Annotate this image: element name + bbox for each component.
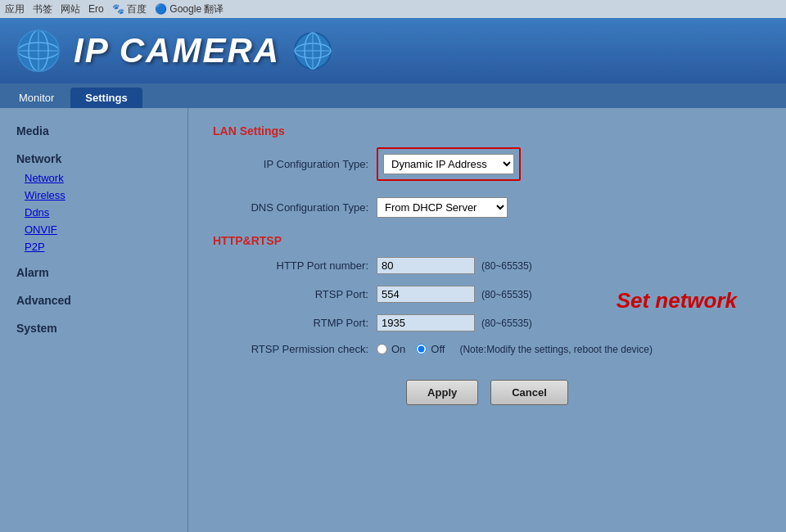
http-port-label: HTTP Port number: <box>213 259 368 272</box>
rtmp-port-input[interactable] <box>377 314 475 331</box>
cancel-button[interactable]: Cancel <box>490 380 568 405</box>
sidebar-title-alarm[interactable]: Alarm <box>8 262 179 283</box>
dns-config-select[interactable]: From DHCP Server Manual <box>377 197 508 218</box>
browser-tab-website[interactable]: 网站 <box>61 2 80 16</box>
sidebar-title-media[interactable]: Media <box>8 120 179 142</box>
dns-config-label: DNS Configuration Type: <box>213 201 368 214</box>
apply-button[interactable]: Apply <box>406 380 478 405</box>
ip-config-select[interactable]: Dynamic IP Address Static IP Address <box>383 154 514 174</box>
button-row: Apply Cancel <box>213 380 761 405</box>
http-port-row: HTTP Port number: (80~65535) <box>213 257 761 274</box>
rtsp-perm-row: RTSP Permission check: On Off (Note:Modi… <box>213 343 761 355</box>
app-header: IP CAMERA <box>0 18 786 83</box>
globe-icon-left <box>16 29 61 74</box>
browser-toolbar: 应用 书签 网站 Ero 🐾 百度 🔵 Google 翻译 <box>0 0 786 18</box>
rtsp-off-radio[interactable] <box>416 344 427 354</box>
rtsp-on-label[interactable]: On <box>391 343 405 355</box>
sidebar-link-p2p[interactable]: P2P <box>8 238 179 255</box>
http-port-hint: (80~65535) <box>481 260 532 272</box>
sidebar-title-system[interactable]: System <box>8 318 179 339</box>
http-section-title: HTTP&RTSP <box>213 234 761 247</box>
browser-tab-ero[interactable]: Ero <box>88 3 104 15</box>
rtmp-port-label: RTMP Port: <box>213 317 368 329</box>
sidebar-link-wireless[interactable]: Wireless <box>8 187 179 204</box>
ip-config-row: IP Configuration Type: Dynamic IP Addres… <box>213 147 761 181</box>
rtsp-radio-group: On Off (Note:Modify the settings, reboot… <box>377 343 653 355</box>
http-port-input[interactable] <box>377 257 475 274</box>
dns-config-row: DNS Configuration Type: From DHCP Server… <box>213 197 761 218</box>
browser-tab-app[interactable]: 应用 <box>5 2 25 16</box>
rtsp-port-input[interactable] <box>377 286 475 303</box>
set-network-annotation: Set network <box>617 288 737 313</box>
ip-config-label: IP Configuration Type: <box>213 158 368 170</box>
sidebar-link-network[interactable]: Network <box>8 169 179 187</box>
sidebar-section-alarm: Alarm <box>8 262 179 283</box>
rtsp-on-radio[interactable] <box>377 344 387 354</box>
rtsp-port-hint: (80~65535) <box>481 289 532 300</box>
rtsp-port-label: RTSP Port: <box>213 288 368 300</box>
sidebar-link-ddns[interactable]: Ddns <box>8 204 179 221</box>
sidebar: Media Network Network Wireless Ddns ONVI… <box>0 108 188 532</box>
lan-section-title: LAN Settings <box>213 124 761 138</box>
main-container: IP CAMERA Monitor Settings Media Network… <box>0 18 786 532</box>
sidebar-section-network: Network Network Wireless Ddns ONVIF P2P <box>8 148 179 255</box>
sidebar-link-onvif[interactable]: ONVIF <box>8 221 179 238</box>
rtmp-port-row: RTMP Port: (80~65535) <box>213 314 761 331</box>
tab-settings[interactable]: Settings <box>70 88 142 108</box>
sidebar-title-network[interactable]: Network <box>8 148 179 169</box>
rtsp-off-label[interactable]: Off <box>431 343 445 355</box>
nav-tabs: Monitor Settings <box>0 83 786 108</box>
browser-tab-google[interactable]: 🔵 Google 翻译 <box>155 2 224 16</box>
rtsp-note: (Note:Modify the settings, reboot the de… <box>459 344 652 355</box>
rtsp-perm-label: RTSP Permission check: <box>213 343 368 355</box>
sidebar-section-media: Media <box>8 120 179 142</box>
sidebar-section-system: System <box>8 318 179 339</box>
ip-config-highlight: Dynamic IP Address Static IP Address <box>377 147 521 181</box>
app-title: IP CAMERA <box>74 31 280 70</box>
rtmp-port-hint: (80~65535) <box>481 318 532 329</box>
tab-monitor[interactable]: Monitor <box>4 88 69 108</box>
browser-tab-baidu[interactable]: 🐾 百度 <box>112 2 147 16</box>
browser-tab-bookmarks[interactable]: 书签 <box>33 2 52 16</box>
main-content: LAN Settings IP Configuration Type: Dyna… <box>188 108 786 532</box>
sidebar-title-advanced[interactable]: Advanced <box>8 290 179 311</box>
content-area: Media Network Network Wireless Ddns ONVI… <box>0 108 786 532</box>
globe-icon-right <box>292 30 333 71</box>
sidebar-section-advanced: Advanced <box>8 290 179 311</box>
